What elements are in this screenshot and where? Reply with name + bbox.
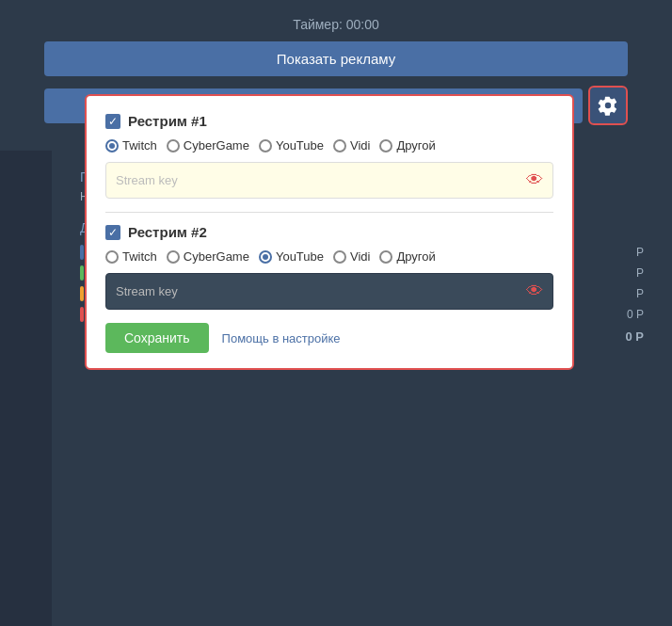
help-link[interactable]: Помощь в настройке [222, 331, 341, 345]
restream-1-label-other: Другой [396, 138, 435, 152]
income-value-tournaments: 0 Р [627, 308, 644, 321]
restream-2-option-cybergame[interactable]: CyberGame [167, 249, 249, 264]
stream-key-placeholder-2: Stream key [116, 284, 526, 298]
restream-1-label-youtube: YouTube [276, 138, 324, 152]
restream-1-radio-twitch [105, 139, 119, 152]
income-bar-tournaments [80, 307, 84, 322]
restream-1-label-vidi: Vidi [350, 138, 370, 152]
main-background: Последн Нет собы Доход за Реклама Р Личн… [0, 0, 672, 626]
restream-1-option-youtube[interactable]: YouTube [259, 138, 324, 152]
restream-1-radio-other [379, 139, 392, 152]
income-currency-ad: Р [636, 246, 644, 259]
gear-button[interactable] [588, 86, 628, 125]
restream-1-radio-youtube [259, 139, 272, 152]
restream-2-label-twitch: Twitch [122, 249, 157, 264]
restream-2-label-cybergame: CyberGame [184, 249, 249, 264]
income-bar-personal [80, 265, 84, 281]
restream-1-option-twitch[interactable]: Twitch [105, 138, 157, 152]
toggle-visibility-icon-2[interactable]: 👁 [526, 281, 543, 301]
restream-1-radio-group: Twitch CyberGame YouTube Vidi Другой [105, 138, 553, 152]
restream-block-1: Рестрим #1 Twitch CyberGame YouTube Vi [105, 113, 553, 199]
restream-1-title-row: Рестрим #1 [105, 113, 553, 129]
restream-2-radio-vidi [333, 250, 346, 264]
restream-2-radio-other [379, 250, 392, 264]
restream-1-option-vidi[interactable]: Vidi [333, 138, 370, 152]
income-currency-support: Р [636, 287, 644, 300]
restream-1-radio-vidi [333, 139, 346, 152]
show-ad-button[interactable]: Показать рекламу [44, 41, 628, 76]
restream-block-2: Рестрим #2 Twitch CyberGame YouTube Vi [105, 224, 553, 310]
restream-2-label-vidi: Vidi [350, 249, 370, 264]
restream-2-option-vidi[interactable]: Vidi [333, 249, 370, 264]
income-bar-support [80, 286, 84, 301]
restream-1-option-other[interactable]: Другой [379, 138, 435, 152]
restream-2-radio-youtube [259, 250, 272, 264]
restream-1-title: Рестрим #1 [128, 113, 207, 129]
stream-key-row-1: Stream key 👁 [105, 162, 553, 199]
restream-2-option-twitch[interactable]: Twitch [105, 249, 157, 264]
restream-2-checkbox[interactable] [105, 225, 120, 240]
income-bar-ad [80, 245, 84, 260]
left-sidebar [0, 151, 52, 626]
timer-label: Таймер: 00:00 [293, 17, 379, 32]
restream-1-label-cybergame: CyberGame [184, 138, 249, 152]
gear-icon [598, 95, 618, 116]
restream-2-option-youtube[interactable]: YouTube [259, 249, 324, 264]
restream-2-radio-cybergame [167, 250, 180, 264]
stream-key-placeholder-1: Stream key [116, 173, 526, 187]
restream-1-option-cybergame[interactable]: CyberGame [167, 138, 249, 152]
income-currency-personal: Р [636, 266, 644, 280]
restream-2-title: Рестрим #2 [128, 224, 207, 240]
restream-1-radio-cybergame [167, 139, 180, 152]
restream-2-radio-group: Twitch CyberGame YouTube Vidi Другой [105, 249, 553, 264]
stream-key-row-2: Stream key 👁 [105, 273, 553, 310]
bottom-actions: Сохранить Помощь в настройке [105, 323, 553, 353]
restream-2-title-row: Рестрим #2 [105, 224, 553, 240]
restream-settings-popup: Рестрим #1 Twitch CyberGame YouTube Vi [85, 94, 574, 370]
save-button[interactable]: Сохранить [105, 323, 209, 353]
restream-1-checkbox[interactable] [105, 114, 120, 129]
toggle-visibility-icon-1[interactable]: 👁 [526, 170, 543, 190]
separator [105, 212, 553, 213]
restream-2-option-other[interactable]: Другой [379, 249, 435, 264]
restream-2-radio-twitch [105, 250, 119, 264]
restream-2-label-youtube: YouTube [276, 249, 324, 264]
restream-1-label-twitch: Twitch [122, 138, 157, 152]
restream-2-label-other: Другой [396, 249, 435, 264]
